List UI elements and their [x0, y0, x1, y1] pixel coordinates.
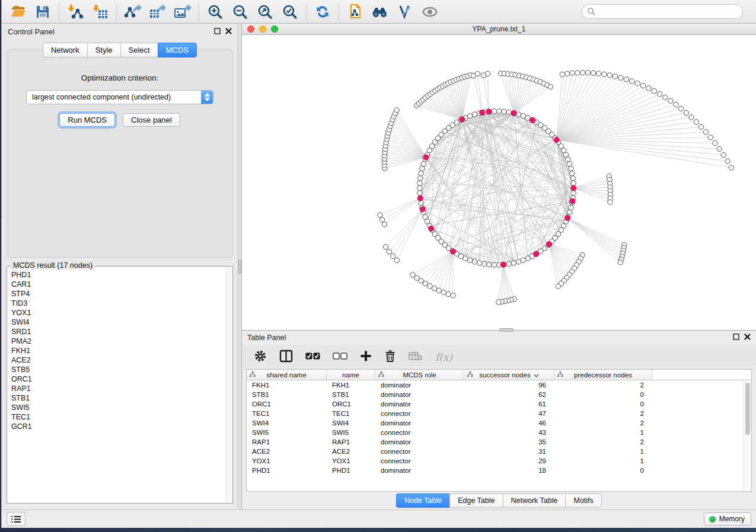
- run-mcds-button[interactable]: Run MCDS: [59, 113, 115, 127]
- table-cell[interactable]: dominator: [375, 382, 464, 389]
- mcds-result-item[interactable]: ACE2: [11, 355, 225, 365]
- float-panel-icon[interactable]: [214, 27, 221, 36]
- table-row[interactable]: ACE2ACE2connector311: [247, 447, 751, 456]
- table-cell[interactable]: 1: [554, 448, 652, 455]
- table-cell[interactable]: 2: [554, 382, 652, 389]
- tab-edge-table[interactable]: Edge Table: [449, 493, 502, 508]
- table-cell[interactable]: 1: [554, 429, 652, 436]
- network-canvas[interactable]: [242, 35, 756, 330]
- node-table[interactable]: shared name name MCDS role successor nod…: [246, 369, 752, 492]
- close-panel-icon[interactable]: [225, 27, 232, 36]
- tab-mcds[interactable]: MCDS: [158, 43, 197, 57]
- export-image-icon[interactable]: [170, 2, 195, 22]
- delete-column-icon[interactable]: [384, 350, 396, 365]
- mcds-result-item[interactable]: TEC1: [11, 412, 225, 422]
- import-table-icon[interactable]: [88, 2, 113, 22]
- table-row[interactable]: TEC1TEC1connector472: [247, 409, 751, 418]
- memory-button[interactable]: Memory: [704, 512, 751, 525]
- table-cell[interactable]: dominator: [375, 400, 464, 408]
- column-header-shared-name[interactable]: shared name: [247, 370, 327, 380]
- table-cell[interactable]: FKH1: [247, 382, 327, 389]
- criterion-dropdown[interactable]: largest connected component (undirected): [26, 90, 213, 104]
- mcds-result-item[interactable]: PHD1: [11, 270, 225, 280]
- mcds-result-item[interactable]: STB5: [11, 365, 225, 374]
- scrollbar-thumb[interactable]: [745, 383, 750, 435]
- table-cell[interactable]: 46: [464, 419, 554, 427]
- mcds-result-item[interactable]: TID3: [11, 299, 225, 308]
- table-cell[interactable]: ORC1: [247, 400, 327, 408]
- mcds-result-item[interactable]: PMA2: [11, 336, 225, 346]
- table-cell[interactable]: SWI4: [247, 419, 327, 427]
- table-cell[interactable]: 0: [554, 400, 652, 408]
- maximize-window-icon[interactable]: [271, 25, 278, 33]
- table-cell[interactable]: dominator: [375, 391, 464, 398]
- table-cell[interactable]: ORC1: [327, 400, 375, 408]
- table-cell[interactable]: 61: [464, 400, 554, 408]
- table-cell[interactable]: 31: [464, 448, 554, 455]
- table-cell[interactable]: RAP1: [327, 438, 375, 446]
- divider-grab-handle[interactable]: [238, 259, 241, 274]
- table-row[interactable]: RAP1RAP1dominator352: [247, 437, 751, 447]
- mcds-result-item[interactable]: CAR1: [11, 280, 225, 289]
- tab-node-table[interactable]: Node Table: [396, 493, 449, 508]
- search-input[interactable]: [582, 4, 743, 19]
- tab-motifs[interactable]: Motifs: [565, 493, 601, 508]
- table-cell[interactable]: 0: [554, 391, 652, 398]
- table-cell[interactable]: TEC1: [327, 410, 375, 417]
- table-cell[interactable]: ACE2: [327, 448, 375, 455]
- show-hide-icon[interactable]: [417, 2, 442, 22]
- mcds-result-item[interactable]: SRD1: [11, 327, 225, 336]
- mcds-result-list[interactable]: PHD1CAR1STP4TID3YOX1SWI4SRD1PMA2FKH1ACE2…: [7, 267, 225, 503]
- mcds-result-item[interactable]: STB1: [11, 393, 225, 403]
- table-row[interactable]: ORC1ORC1dominator610: [247, 399, 751, 409]
- table-cell[interactable]: 35: [464, 438, 554, 446]
- float-table-panel-icon[interactable]: [733, 334, 739, 342]
- mcds-result-item[interactable]: GCR1: [11, 422, 225, 431]
- zoom-out-icon[interactable]: [228, 2, 253, 22]
- tab-style[interactable]: Style: [87, 43, 120, 57]
- table-cell[interactable]: SWI4: [327, 419, 375, 427]
- table-cell[interactable]: 2: [554, 410, 652, 417]
- table-cell[interactable]: connector: [375, 457, 464, 464]
- settings-gear-icon[interactable]: [254, 350, 267, 365]
- mcds-result-item[interactable]: SWI4: [11, 318, 225, 327]
- table-cell[interactable]: 2: [554, 419, 652, 427]
- add-column-icon[interactable]: [360, 350, 372, 364]
- table-cell[interactable]: connector: [375, 448, 464, 455]
- table-row[interactable]: SWI5SWI5connector431: [247, 428, 751, 437]
- close-table-panel-icon[interactable]: [744, 334, 751, 342]
- table-cell[interactable]: RAP1: [247, 438, 327, 446]
- column-header-mcds-role[interactable]: MCDS role: [375, 370, 464, 380]
- close-panel-button[interactable]: Close panel: [123, 113, 180, 127]
- save-icon[interactable]: [30, 2, 55, 22]
- mcds-result-item[interactable]: SWI5: [11, 403, 225, 412]
- refresh-icon[interactable]: [310, 2, 335, 22]
- export-network-icon[interactable]: [120, 2, 145, 22]
- table-cell[interactable]: connector: [375, 410, 464, 417]
- table-cell[interactable]: PHD1: [247, 467, 327, 474]
- mcds-result-item[interactable]: ORC1: [11, 374, 225, 384]
- table-cell[interactable]: PHD1: [327, 467, 375, 474]
- zoom-fit-icon[interactable]: [253, 2, 277, 22]
- tab-select[interactable]: Select: [120, 43, 158, 57]
- table-cell[interactable]: ACE2: [247, 448, 327, 455]
- table-row[interactable]: SWI4SWI4dominator462: [247, 418, 751, 428]
- column-header-successor-nodes[interactable]: successor nodes: [464, 370, 554, 380]
- table-row[interactable]: STB1STB1dominator620: [247, 390, 751, 399]
- table-cell[interactable]: FKH1: [327, 382, 375, 389]
- tab-network-table[interactable]: Network Table: [503, 493, 566, 508]
- mcds-list-scrollbar[interactable]: [226, 267, 232, 502]
- table-cell[interactable]: TEC1: [247, 410, 327, 417]
- network-from-file-icon[interactable]: [343, 2, 368, 22]
- close-window-icon[interactable]: [247, 25, 254, 33]
- table-cell[interactable]: 1: [554, 457, 652, 464]
- table-cell[interactable]: 2: [554, 438, 652, 446]
- table-cell[interactable]: SWI5: [327, 429, 375, 436]
- table-cell[interactable]: 29: [464, 457, 554, 464]
- table-cell[interactable]: 47: [464, 410, 554, 417]
- table-cell[interactable]: YOX1: [327, 457, 375, 464]
- table-cell[interactable]: 18: [464, 467, 554, 474]
- table-cell[interactable]: 96: [464, 382, 554, 389]
- mcds-result-item[interactable]: STP4: [11, 289, 225, 299]
- table-cell[interactable]: YOX1: [247, 457, 327, 464]
